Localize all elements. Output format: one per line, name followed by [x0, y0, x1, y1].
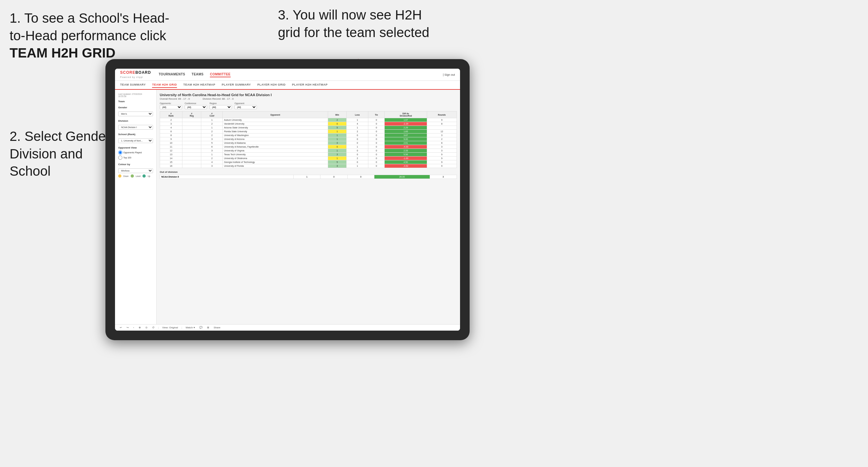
circle-button[interactable]: ⊙	[145, 326, 149, 329]
ood-cell-tie: 0	[347, 175, 374, 179]
cell-reg	[182, 157, 201, 160]
cell-rank: 13	[160, 153, 182, 157]
watch-button[interactable]: Watch ▾	[185, 326, 196, 329]
table-row: 14 2 University of Oklahoma 1 2 0 -1.00 …	[160, 157, 457, 160]
nav-teams[interactable]: TEAMS	[192, 72, 204, 77]
cell-diff: -4.33	[385, 145, 427, 149]
ood-cell-win: 1	[293, 175, 320, 179]
back-button[interactable]: ‹	[132, 326, 135, 329]
cell-opponent: Vanderbilt University	[223, 122, 328, 126]
cell-tie: 0	[368, 122, 385, 126]
cell-loss: 4	[347, 122, 368, 126]
comment-button[interactable]: 💬	[198, 326, 204, 329]
annotation-1: 1. To see a School's Head- to-Head perfo…	[9, 9, 176, 62]
cell-opponent: Georgia Institute of Technology	[223, 160, 328, 164]
cell-loss: 1	[347, 164, 368, 168]
content-area: Last Updated: 27/03/2024 16:55:38 Team G…	[115, 90, 460, 324]
col-rank: #Rank	[160, 112, 182, 118]
cell-diff: -2.29	[385, 122, 427, 126]
cell-tie: 0	[368, 149, 385, 153]
colour-by-select[interactable]: Win/loss	[118, 168, 153, 173]
gender-label: Gender	[118, 106, 153, 109]
opponent-select[interactable]: (All)	[235, 105, 257, 109]
sub-nav-team-h2h-heatmap[interactable]: TEAM H2H HEATMAP	[183, 82, 215, 88]
cell-rounds: 9	[427, 160, 457, 164]
cell-conf: 2	[201, 157, 223, 160]
ood-cell-rounds: 3	[430, 175, 457, 179]
opponents-filter: Opponents: (All)	[160, 102, 182, 109]
cell-tie: 0	[368, 141, 385, 145]
cell-conf: 1	[201, 153, 223, 157]
cell-diff: 9.00	[385, 137, 427, 141]
cell-reg	[182, 149, 201, 153]
cell-tie: 0	[368, 130, 385, 133]
cell-tie: 0	[368, 160, 385, 164]
cell-reg	[182, 126, 201, 130]
division-select[interactable]: NCAA Division I	[118, 125, 153, 130]
opponents-select[interactable]: (All)	[160, 105, 182, 109]
table-row: 15 4 Georgia Institute of Technology 5 0…	[160, 160, 457, 164]
cell-opponent: University of Arkansas, Fayetteville	[223, 145, 328, 149]
share-button[interactable]: Share	[213, 326, 221, 329]
nav-tournaments[interactable]: TOURNAMENTS	[159, 72, 185, 77]
division-record: Division Record: 88 - 17 - 0	[203, 97, 234, 100]
cell-rounds: 12	[427, 130, 457, 133]
grid-title: University of North Carolina Head-to-Hea…	[160, 93, 457, 97]
sub-nav-team-h2h-grid[interactable]: TEAM H2H GRID	[152, 82, 177, 88]
cell-rank: 2	[160, 118, 182, 122]
cell-diff: 2.33	[385, 149, 427, 153]
cell-win: 2	[328, 118, 346, 122]
nav-committee[interactable]: COMMITTEE	[210, 72, 231, 77]
sign-out-button[interactable]: | Sign out	[443, 73, 455, 76]
sub-nav-player-summary[interactable]: PLAYER SUMMARY	[222, 82, 251, 88]
layout-button[interactable]: ⊞	[206, 326, 210, 329]
sub-nav-team-summary[interactable]: TEAM SUMMARY	[120, 82, 146, 88]
table-row: 2 1 Auburn University 2 1 0 1.67 9	[160, 118, 457, 122]
conference-select[interactable]: (All)	[185, 105, 207, 109]
main-area: University of North Carolina Head-to-Hea…	[157, 90, 460, 324]
table-row: 6 2 Florida State University 1 2 0 1.83 …	[160, 130, 457, 133]
cell-diff: 5.56	[385, 153, 427, 157]
table-row: 10 5 University of Alabama 3 0 0 2.61 8	[160, 141, 457, 145]
undo-button[interactable]: ↩	[119, 326, 123, 329]
school-select[interactable]: 1. University of Nort...	[118, 138, 153, 143]
view-original-button[interactable]: View: Original	[161, 326, 179, 329]
cell-tie: 0	[368, 145, 385, 149]
cell-rank: 9	[160, 137, 182, 141]
region-filter: Region (All)	[210, 102, 232, 109]
region-select[interactable]: (All)	[210, 105, 232, 109]
camera-button[interactable]: ⊕	[138, 326, 142, 329]
cell-reg	[182, 130, 201, 133]
cell-tie: 0	[368, 157, 385, 160]
colour-by-label: Colour by	[118, 163, 153, 166]
col-win: Win	[328, 112, 346, 118]
down-color-dot	[118, 175, 121, 178]
sub-nav: TEAM SUMMARY TEAM H2H GRID TEAM H2H HEAT…	[115, 81, 460, 90]
cell-rounds: 2	[427, 137, 457, 141]
cell-opponent: University of Washington	[223, 133, 328, 137]
level-color-dot	[131, 175, 134, 178]
sub-nav-player-h2h-heatmap[interactable]: PLAYER H2H HEATMAP	[292, 82, 328, 88]
cell-tie: 0	[368, 118, 385, 122]
cell-loss: 1	[347, 126, 368, 130]
cell-rank: 8	[160, 133, 182, 137]
cell-conf: 2	[201, 122, 223, 126]
clock-button[interactable]: ⏱	[151, 326, 156, 329]
radio-opponents-played: Opponents Played	[118, 151, 153, 155]
table-row: 8 2 University of Washington 1 0 0 3.67 …	[160, 133, 457, 137]
up-label: Up	[148, 175, 150, 177]
col-loss: Loss	[347, 112, 368, 118]
division-label: Division	[118, 120, 153, 122]
cell-win: 1	[328, 157, 346, 160]
sub-nav-player-h2h-grid[interactable]: PLAYER H2H GRID	[257, 82, 286, 88]
sidebar-division-section: Division NCAA Division I	[118, 120, 153, 130]
cell-rank: 11	[160, 145, 182, 149]
annotation-1-line1: 1. To see a School's Head-	[9, 10, 169, 26]
redo-button[interactable]: ↪	[126, 326, 130, 329]
conference-filter-label: Conference	[185, 102, 207, 104]
tablet: SCOREBOARD Powered by clippi TOURNAMENTS…	[105, 59, 470, 340]
cell-reg	[182, 145, 201, 149]
gender-select[interactable]: Men's	[118, 112, 153, 116]
cell-diff: -1.00	[385, 157, 427, 160]
cell-loss: 0	[347, 153, 368, 157]
